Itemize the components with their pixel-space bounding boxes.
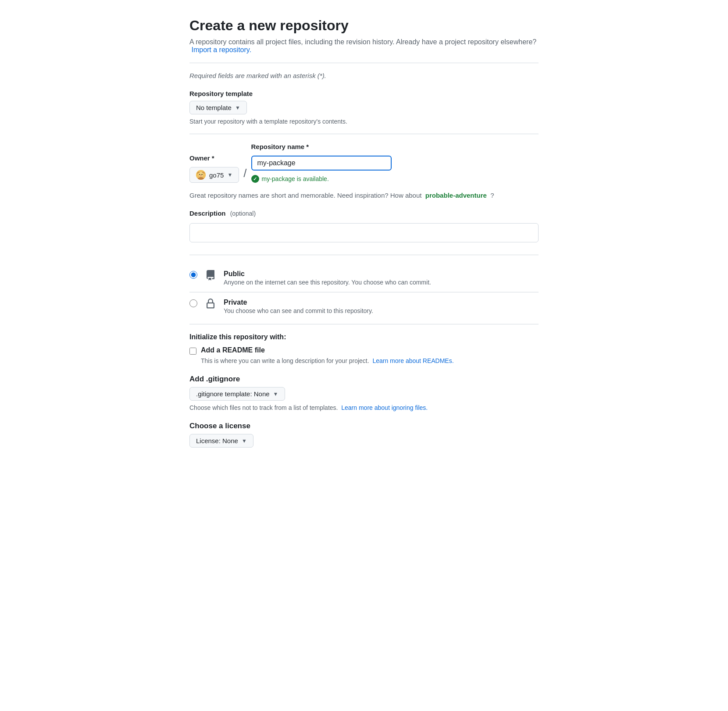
license-dropdown-label: License: None (196, 437, 238, 444)
readme-label-group: Add a README file (201, 346, 265, 354)
divider-2 (189, 134, 539, 134)
import-repository-link[interactable]: Import a repository. (191, 46, 251, 53)
subtitle-text: A repository contains all project files,… (189, 38, 536, 46)
private-desc: You choose who can see and commit to thi… (224, 307, 539, 314)
gitignore-title: Add .gitignore (189, 375, 539, 384)
svg-point-3 (199, 174, 200, 175)
license-dropdown-arrow-icon: ▼ (242, 438, 247, 444)
template-section-label: Repository template (189, 90, 539, 97)
repo-name-label: Repository name * (251, 143, 392, 150)
owner-dropdown[interactable]: go75 ▼ (189, 167, 239, 183)
gitignore-dropdown-label: .gitignore template: None (196, 390, 270, 398)
repo-name-field-group: Repository name * my-package is availabl… (251, 143, 392, 183)
description-label-text: Description (189, 210, 226, 217)
gitignore-learn-more-link[interactable]: Learn more about ignoring files. (341, 404, 428, 411)
initialize-section: Initialize this repository with: Add a R… (189, 333, 539, 364)
gitignore-section: Add .gitignore .gitignore template: None… (189, 375, 539, 411)
repo-name-input[interactable] (251, 156, 392, 171)
owner-repo-row: Owner * go75 ▼ (189, 143, 539, 183)
owner-dropdown-arrow-icon: ▼ (227, 172, 232, 178)
available-text: my-package is available. (262, 175, 329, 182)
gitignore-dropdown[interactable]: .gitignore template: None ▼ (189, 387, 285, 401)
inspiration-link[interactable]: probable-adventure (425, 192, 487, 199)
owner-field-group: Owner * go75 ▼ (189, 154, 239, 183)
owner-label: Owner * (189, 154, 239, 162)
inspiration-text: Great repository names are short and mem… (189, 192, 539, 199)
readme-checkbox[interactable] (189, 348, 196, 355)
readme-checkbox-row: Add a README file (189, 346, 539, 355)
private-title: Private (224, 299, 539, 306)
inspiration-prefix: Great repository names are short and mem… (189, 192, 421, 199)
gitignore-help-text: Choose which files not to track from a l… (189, 404, 539, 411)
divider-1 (189, 63, 539, 63)
gitignore-help-text-span: Choose which files not to track from a l… (189, 404, 338, 411)
required-fields-note: Required fields are marked with an aster… (189, 72, 539, 79)
available-check-icon (251, 175, 259, 183)
readme-description: This is where you can write a long descr… (201, 357, 539, 364)
description-input[interactable] (189, 223, 539, 242)
readme-learn-more-link[interactable]: Learn more about READMEs. (372, 357, 453, 364)
readme-label: Add a README file (201, 346, 265, 354)
inspiration-suffix: ? (490, 192, 494, 199)
divider-3 (189, 255, 539, 255)
template-dropdown[interactable]: No template ▼ (189, 101, 247, 114)
owner-avatar (196, 170, 206, 180)
public-title: Public (224, 270, 539, 278)
slash-divider: / (243, 167, 246, 183)
public-icon (204, 269, 217, 281)
template-help-text: Start your repository with a template re… (189, 118, 539, 125)
private-radio[interactable] (189, 299, 197, 307)
private-text: Private You choose who can see and commi… (224, 299, 539, 314)
owner-name: go75 (209, 171, 224, 179)
license-section: Choose a license License: None ▼ (189, 422, 539, 448)
svg-point-4 (201, 174, 202, 175)
public-text: Public Anyone on the internet can see th… (224, 270, 539, 286)
divider-4 (189, 324, 539, 324)
private-icon (204, 298, 217, 310)
readme-desc-text: This is where you can write a long descr… (201, 357, 369, 364)
page-title: Create a new repository (189, 18, 539, 34)
description-section: Description (optional) (189, 210, 539, 242)
available-message: my-package is available. (251, 175, 392, 183)
template-dropdown-label: No template (196, 104, 232, 111)
gitignore-dropdown-arrow-icon: ▼ (273, 391, 278, 397)
public-radio[interactable] (189, 271, 197, 279)
visibility-section: Public Anyone on the internet can see th… (189, 264, 539, 320)
template-dropdown-arrow-icon: ▼ (235, 105, 240, 111)
public-option[interactable]: Public Anyone on the internet can see th… (189, 264, 539, 292)
page-subtitle: A repository contains all project files,… (189, 38, 539, 54)
private-option[interactable]: Private You choose who can see and commi… (189, 292, 539, 320)
license-title: Choose a license (189, 422, 539, 430)
license-dropdown[interactable]: License: None ▼ (189, 434, 253, 448)
initialize-title: Initialize this repository with: (189, 333, 539, 341)
page-container: Create a new repository A repository con… (175, 0, 553, 474)
description-label: Description (optional) (189, 210, 539, 217)
public-desc: Anyone on the internet can see this repo… (224, 279, 539, 286)
description-optional-label: (optional) (230, 210, 256, 217)
